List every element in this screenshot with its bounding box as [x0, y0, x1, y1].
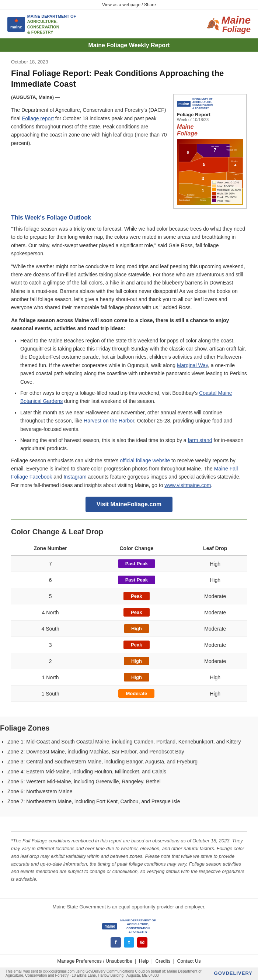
list-item: Head to the Maine Beaches region of the …: [20, 337, 247, 386]
maine-map: 7 6 5 4 3: [177, 139, 243, 205]
main-content: October 18, 2023 Final Foliage Report: P…: [0, 52, 258, 717]
twitter-icon[interactable]: t: [124, 937, 134, 948]
svg-text:3: 3: [202, 176, 204, 181]
intro-paragraph: The Department of Agriculture, Conservat…: [11, 106, 168, 147]
zone-cell: 6: [11, 572, 90, 588]
email-icon[interactable]: ✉: [137, 937, 147, 948]
table-row: 4 SouthHighModerate: [11, 620, 247, 637]
byline: (AUGUSTA, Maine) —: [11, 94, 168, 102]
list-item: Nearing the end of harvest season, this …: [20, 436, 247, 453]
zone-list-item: Zone 3: Central and Southwestern Maine, …: [7, 758, 258, 765]
svg-text:Calais: Calais: [233, 173, 239, 176]
visitmaine-link[interactable]: www.visitmaine.com: [165, 482, 211, 488]
facebook-link[interactable]: Maine Fall Foliage Facebook: [11, 466, 238, 480]
table-row: 4 NorthPeakModerate: [11, 605, 247, 620]
table-row: 3PeakModerate: [11, 637, 247, 653]
leaf-drop-cell: High: [184, 572, 247, 588]
zone-cell: 5: [11, 588, 90, 605]
zone-list-item: Zone 5: Western Mid-Maine, including Gre…: [7, 778, 258, 786]
quote1-paragraph: "This foliage season was a tricky one to…: [11, 225, 247, 258]
color-table-body: 7Past PeakHigh6Past PeakHigh5PeakModerat…: [11, 555, 247, 702]
foliage-logo-text: Maine: [222, 15, 251, 25]
zone-list-item: Zone 4: Eastern Mid-Maine, including Hou…: [7, 768, 258, 776]
dacf-text: MAINE DEPARTMENT OF AGRICULTURE, CONSERV…: [27, 14, 76, 35]
help-link[interactable]: Help: [139, 958, 149, 964]
table-row: 6Past PeakHigh: [11, 572, 247, 588]
foliage-zones-section: Foliage Zones Zone 1: Mid-Coast and Sout…: [0, 717, 258, 816]
svg-text:Kennebunkport: Kennebunkport: [179, 199, 190, 201]
facebook-icon[interactable]: f: [111, 937, 121, 948]
color-table-title: Color Change & Leaf Drop: [11, 528, 247, 536]
foliage-report-link[interactable]: Foliage report: [22, 116, 54, 121]
footer-me-badge: maine: [102, 923, 117, 929]
zone-list-item: Zone 6: Northwestern Maine: [7, 788, 258, 795]
svg-text:7: 7: [214, 148, 216, 153]
col-color-change: Color Change: [90, 542, 183, 555]
govdelivery-logo: GovDelivery: [214, 970, 252, 976]
zone-list-item: Zone 2: Downeast Maine, including Machia…: [7, 748, 258, 756]
svg-text:Presque Isle: Presque Isle: [226, 149, 237, 151]
cta-button[interactable]: Visit MaineFoliage.com: [85, 496, 173, 512]
zone-cell: 4 North: [11, 605, 90, 620]
footer-links: Manage Preferences / Unsubscribe | Help …: [0, 954, 258, 967]
farm-stand-link[interactable]: farm stand: [188, 437, 212, 443]
article-title: Final Foliage Report: Peak Conditions Ap…: [11, 68, 247, 89]
cta-section: Visit MaineFoliage.com: [11, 496, 247, 512]
view-as-webpage-link[interactable]: View as a webpage / Share: [102, 2, 156, 7]
svg-text:Caribou: Caribou: [225, 145, 232, 148]
col-leaf-drop: Leaf Drop: [184, 542, 247, 555]
maine-foliage-logo: 🍂 Maine Foliage: [206, 15, 251, 33]
leaf-drop-cell: Moderate: [184, 588, 247, 605]
foliage-zones-list: Zone 1: Mid-Coast and South Coastal Main…: [7, 738, 258, 805]
report-box-header: maine MAINE DEPT OFAGRICULTURE,CONSERVAT…: [177, 97, 243, 110]
leaf-decoration: 🍂: [206, 18, 220, 30]
color-leaf-table: Zone Number Color Change Leaf Drop 7Past…: [11, 542, 247, 702]
table-row: 1 NorthHighHigh: [11, 669, 247, 686]
foliage-zones-title: Foliage Zones: [0, 724, 258, 732]
coastal-gardens-link[interactable]: Coastal Maine Botanical Gardens: [20, 390, 232, 404]
zone-cell: 7: [11, 555, 90, 572]
footer-dacf-logo: maine MAINE DEPARTMENT OFAGRICULTURE,CON…: [102, 919, 155, 934]
svg-text:4: 4: [234, 163, 237, 167]
svg-text:Biddeford: Biddeford: [184, 196, 192, 199]
mini-dacf-text: MAINE DEPT OFAGRICULTURE,CONSERVATION& F…: [192, 97, 213, 110]
header: 🍁 maine MAINE DEPARTMENT OF AGRICULTURE,…: [0, 10, 258, 39]
contact-us-link[interactable]: Contact Us: [177, 958, 201, 964]
credits-link[interactable]: Credits: [155, 958, 170, 964]
report-box-inner: maine MAINE DEPT OFAGRICULTURE,CONSERVAT…: [173, 94, 247, 209]
intro-text: (AUGUSTA, Maine) — The Department of Agr…: [11, 94, 168, 209]
footer-logo-section: maine MAINE DEPARTMENT OFAGRICULTURE,CON…: [0, 915, 258, 954]
table-header-row: Zone Number Color Change Leaf Drop: [11, 542, 247, 555]
color-change-cell: Peak: [90, 637, 183, 653]
color-change-cell: Past Peak: [90, 555, 183, 572]
bold-activities-para: As foliage season across Maine will soon…: [11, 316, 247, 333]
col-zone-number: Zone Number: [11, 542, 90, 555]
color-change-cell: Moderate: [90, 686, 183, 702]
activities-list: Head to the Maine Beaches region of the …: [20, 337, 247, 453]
color-change-cell: High: [90, 669, 183, 686]
disclaimer-section: *The Fall Foliage conditions mentioned i…: [0, 816, 258, 898]
intro-section: (AUGUSTA, Maine) — The Department of Agr…: [11, 94, 247, 209]
zone-cell: 2: [11, 653, 90, 669]
maine-text: maine: [10, 25, 22, 29]
manage-preferences-link[interactable]: Manage Preferences / Unsubscribe: [57, 958, 132, 964]
me-badge: 🍁 maine: [7, 17, 25, 32]
section-divider: [11, 520, 247, 520]
govdelivery-text: This email was sent to xxxxxx@gmail.com …: [6, 969, 211, 977]
closing-paragraph: Foliage season enthusiasts can visit the…: [11, 457, 247, 490]
leaf-drop-cell: Moderate: [184, 620, 247, 637]
color-change-cell: Peak: [90, 588, 183, 605]
foliage-report-box: maine MAINE DEPT OFAGRICULTURE,CONSERVAT…: [173, 94, 247, 209]
svg-text:5: 5: [203, 162, 206, 167]
zone-cell: 3: [11, 637, 90, 653]
footer-dacf-text: MAINE DEPARTMENT OFAGRICULTURE,CONSERVAT…: [120, 919, 155, 934]
instagram-link[interactable]: Instagram: [63, 474, 86, 480]
report-title-bar: Maine Foliage Weekly Report: [0, 39, 258, 52]
marginal-way-link[interactable]: Marginal Way: [177, 362, 208, 368]
harvest-harbor-link[interactable]: Harvest on the Harbor: [84, 418, 134, 423]
color-change-cell: Peak: [90, 605, 183, 620]
zone-list-item: Zone 7: Northeastern Maine, including Fo…: [7, 798, 258, 805]
official-foliage-link[interactable]: official foliage website: [120, 458, 170, 463]
table-row: 2HighModerate: [11, 653, 247, 669]
svg-text:Fort Kent: Fort Kent: [211, 145, 219, 148]
